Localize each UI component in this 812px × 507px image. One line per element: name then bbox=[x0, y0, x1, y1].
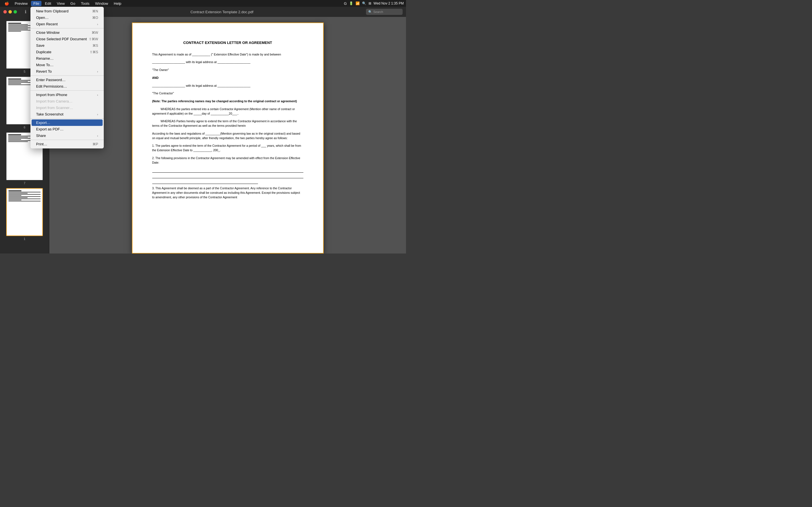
controlcenter-icon[interactable]: ⊞ bbox=[368, 1, 371, 5]
fullscreen-button[interactable] bbox=[13, 10, 17, 13]
thumb-content bbox=[8, 134, 21, 135]
pdf-blank-2 bbox=[152, 174, 303, 178]
menubar-tools[interactable]: Tools bbox=[79, 1, 92, 6]
menu-rename[interactable]: Rename… bbox=[32, 55, 103, 62]
close-button[interactable] bbox=[3, 10, 7, 13]
menu-label: Open Recent bbox=[36, 22, 58, 26]
menubar-file[interactable]: File bbox=[31, 1, 42, 6]
thumb-content bbox=[8, 193, 28, 193]
menubar-view[interactable]: View bbox=[55, 1, 67, 6]
pdf-para-7: WHEREAS the parties entered into a certa… bbox=[152, 107, 303, 116]
thumb-content bbox=[8, 139, 21, 140]
menu-open[interactable]: Open… ⌘O bbox=[32, 14, 103, 21]
pdf-blank-3 bbox=[152, 179, 258, 184]
thumb-content bbox=[8, 200, 21, 200]
thumb-content bbox=[8, 196, 41, 197]
menu-enter-password[interactable]: Enter Password… bbox=[32, 76, 103, 83]
menu-open-recent[interactable]: Open Recent › bbox=[32, 21, 103, 27]
thumb-content bbox=[8, 201, 41, 202]
pdf-body: This Agreement is made as of ___________… bbox=[152, 52, 303, 200]
menu-label: Share bbox=[36, 133, 46, 138]
menu-share[interactable]: Share › bbox=[32, 132, 103, 139]
sidebar-page-1[interactable]: 1 bbox=[0, 186, 49, 242]
menu-separator-2 bbox=[31, 75, 104, 76]
thumb-content bbox=[8, 195, 21, 196]
search-icon: 🔍 bbox=[368, 10, 372, 14]
menu-print[interactable]: Print… ⌘P bbox=[32, 141, 103, 147]
menu-shortcut: ⇧⌘S bbox=[90, 50, 98, 54]
pdf-para-6: (Note: The parties referencing names may… bbox=[152, 99, 303, 104]
thumb-content bbox=[8, 26, 28, 27]
submenu-arrow-icon: › bbox=[97, 134, 98, 137]
menu-label: Close Window bbox=[36, 31, 59, 35]
thumb-content bbox=[8, 192, 41, 192]
menu-duplicate[interactable]: Duplicate ⇧⌘S bbox=[32, 49, 103, 55]
menu-revert-to[interactable]: Revert To › bbox=[32, 68, 103, 75]
menu-export-as-pdf[interactable]: Export as PDF… bbox=[32, 126, 103, 132]
menu-close-pdf[interactable]: Close Selected PDF Document ⇧⌘W bbox=[32, 36, 103, 42]
thumb-content bbox=[8, 81, 28, 82]
search-menubar-icon[interactable]: 🔍 bbox=[362, 1, 366, 5]
pdf-para-11: 2. The following provisions in the Contr… bbox=[152, 156, 303, 165]
menu-label: Save bbox=[36, 43, 45, 48]
menu-take-screenshot[interactable]: Take Screenshot › bbox=[32, 111, 103, 117]
menu-shortcut: ⇧⌘W bbox=[89, 37, 98, 41]
pdf-para-3: AND bbox=[152, 76, 303, 80]
apple-menu[interactable]: 🍎 bbox=[2, 1, 11, 6]
menu-label: Duplicate bbox=[36, 50, 51, 54]
battery-icon: 🔋 bbox=[349, 1, 353, 5]
pdf-para-4: ____________________ with its legal addr… bbox=[152, 83, 303, 88]
pdf-para-0: This Agreement is made as of ___________… bbox=[152, 52, 303, 57]
page-number-5: 5 bbox=[24, 70, 26, 73]
thumb-content bbox=[8, 31, 21, 32]
thumb-content bbox=[8, 142, 28, 142]
menu-import-from-iphone[interactable]: Import from iPhone › bbox=[32, 92, 103, 98]
menu-label: Import from Camera… bbox=[36, 99, 72, 103]
menu-move-to[interactable]: Move To… bbox=[32, 62, 103, 68]
menu-shortcut: ⌘W bbox=[92, 31, 98, 35]
submenu-arrow-icon: › bbox=[97, 70, 98, 73]
menu-label: Import from Scanner… bbox=[36, 106, 73, 110]
minimize-button[interactable] bbox=[8, 10, 12, 13]
menu-export[interactable]: Export… bbox=[32, 119, 103, 126]
search-box[interactable]: 🔍 Search bbox=[366, 9, 403, 15]
menu-label: Edit Permissions… bbox=[36, 84, 67, 89]
menu-label: Take Screenshot bbox=[36, 112, 63, 116]
page-number-6: 6 bbox=[24, 126, 26, 129]
pdf-blank-1 bbox=[152, 168, 303, 173]
page-number-1: 1 bbox=[24, 237, 26, 240]
pdf-para-5: "The Contractor" bbox=[152, 91, 303, 96]
submenu-arrow-icon: › bbox=[97, 93, 98, 97]
menu-edit-permissions[interactable]: Edit Permissions… bbox=[32, 83, 103, 90]
thumb-content bbox=[8, 83, 21, 84]
menu-separator-4 bbox=[31, 118, 104, 119]
menu-label: Export as PDF… bbox=[36, 127, 64, 131]
menu-shortcut: ⌘N bbox=[92, 9, 98, 13]
menubar-window[interactable]: Window bbox=[93, 1, 110, 6]
menubar-help[interactable]: Help bbox=[112, 1, 124, 6]
info-icon[interactable]: ℹ bbox=[25, 9, 27, 14]
pdf-blank-lines bbox=[152, 168, 303, 184]
menubar-edit[interactable]: Edit bbox=[43, 1, 53, 6]
menubar-preview[interactable]: Preview bbox=[12, 1, 30, 6]
menu-label: New from Clipboard bbox=[36, 9, 68, 13]
menu-label: Close Selected PDF Document bbox=[36, 37, 87, 41]
thumb-content bbox=[8, 29, 28, 29]
thumb-content bbox=[8, 198, 28, 198]
menu-new-from-clipboard[interactable]: New from Clipboard ⌘N bbox=[32, 8, 103, 14]
menu-label: Print… bbox=[36, 142, 47, 146]
menu-import-from-camera: Import from Camera… bbox=[32, 98, 103, 105]
submenu-arrow-icon: › bbox=[97, 113, 98, 116]
menu-shortcut: ⌘S bbox=[93, 44, 98, 48]
pdf-title: CONTRACT EXTENSION LETTER OR AGREEMENT bbox=[152, 40, 303, 46]
thumb-content bbox=[8, 190, 21, 191]
pdf-para-8: WHEREAS Parties hereby agree to extend t… bbox=[152, 119, 303, 128]
menu-label: Enter Password… bbox=[36, 78, 66, 82]
menubar-go[interactable]: Go bbox=[68, 1, 78, 6]
wifi-icon: 📶 bbox=[356, 1, 360, 5]
thumb-content bbox=[8, 23, 21, 24]
menu-label: Rename… bbox=[36, 56, 54, 61]
submenu-arrow-icon: › bbox=[97, 22, 98, 26]
menu-save[interactable]: Save ⌘S bbox=[32, 42, 103, 49]
menu-close-window[interactable]: Close Window ⌘W bbox=[32, 29, 103, 36]
